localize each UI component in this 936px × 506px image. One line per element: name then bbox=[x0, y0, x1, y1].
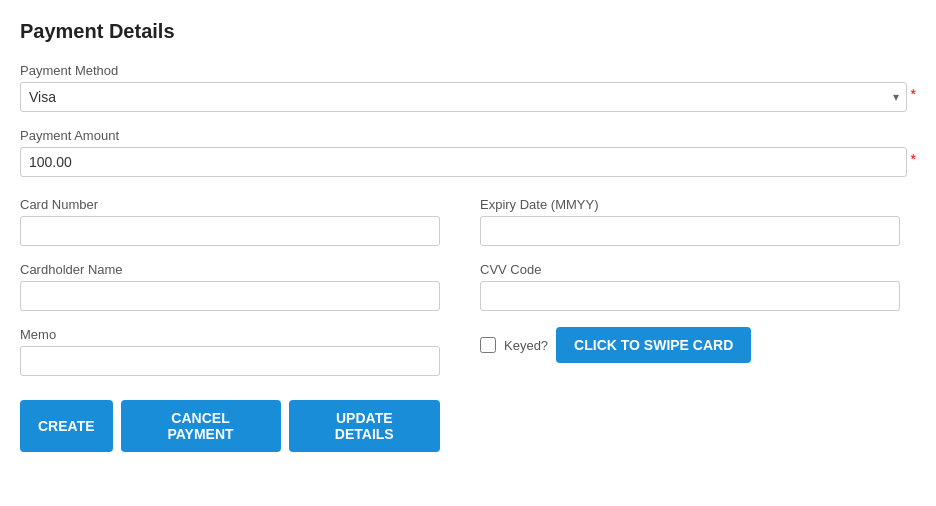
card-number-label: Card Number bbox=[20, 197, 440, 212]
swipe-card-button[interactable]: CLICK TO SWIPE CARD bbox=[556, 327, 751, 363]
expiry-date-input[interactable] bbox=[480, 216, 900, 246]
keyed-checkbox[interactable] bbox=[480, 337, 496, 353]
payment-amount-required: * bbox=[911, 151, 916, 167]
payment-method-select[interactable]: Visa Mastercard Amex Discover bbox=[20, 82, 907, 112]
cardholder-name-label: Cardholder Name bbox=[20, 262, 440, 277]
update-details-button[interactable]: UPDATE DETAILS bbox=[289, 400, 440, 452]
expiry-date-label: Expiry Date (MMYY) bbox=[480, 197, 900, 212]
payment-amount-label: Payment Amount bbox=[20, 128, 916, 143]
cvv-code-input[interactable] bbox=[480, 281, 900, 311]
payment-method-label: Payment Method bbox=[20, 63, 916, 78]
cancel-payment-button[interactable]: CANCEL PAYMENT bbox=[121, 400, 281, 452]
memo-label: Memo bbox=[20, 327, 440, 342]
payment-method-required: * bbox=[911, 86, 916, 102]
keyed-label: Keyed? bbox=[504, 338, 548, 353]
page-title: Payment Details bbox=[20, 20, 916, 43]
memo-input[interactable] bbox=[20, 346, 440, 376]
create-button[interactable]: CREATE bbox=[20, 400, 113, 452]
card-number-input[interactable] bbox=[20, 216, 440, 246]
payment-amount-input[interactable] bbox=[20, 147, 907, 177]
cvv-code-label: CVV Code bbox=[480, 262, 900, 277]
cardholder-name-input[interactable] bbox=[20, 281, 440, 311]
